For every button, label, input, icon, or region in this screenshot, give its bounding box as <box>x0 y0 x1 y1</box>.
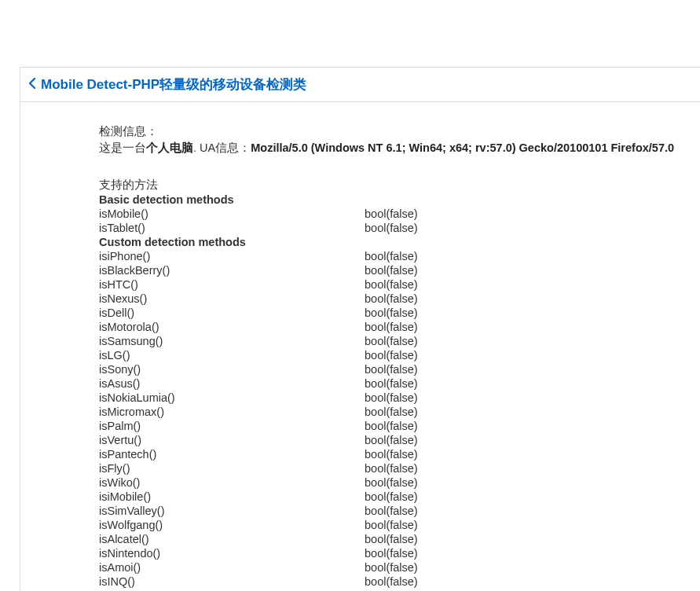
table-row: isFly()bool(false) <box>99 461 684 475</box>
table-row: isWiko()bool(false) <box>99 475 684 490</box>
table-row: isNexus()bool(false) <box>99 292 684 306</box>
table-row: isHTC()bool(false) <box>99 277 684 292</box>
table-row: isDell()bool(false) <box>99 306 684 320</box>
method-result: bool(false) <box>365 461 684 475</box>
methods-table: Basic detection methodsisMobile()bool(fa… <box>99 193 684 589</box>
method-result: bool(false) <box>365 292 684 306</box>
method-group-header: Basic detection methods <box>99 193 684 207</box>
ua-string: Mozilla/5.0 (Windows NT 6.1; Win64; x64;… <box>251 141 674 154</box>
method-name: isVertu() <box>99 433 365 447</box>
method-name: isSimValley() <box>99 504 365 518</box>
table-row: isLG()bool(false) <box>99 348 684 362</box>
method-result: bool(false) <box>365 574 684 589</box>
method-result: bool(false) <box>365 391 684 405</box>
method-result: bool(false) <box>365 419 684 433</box>
table-row: isiPhone()bool(false) <box>99 249 684 263</box>
page-title: Mobile Detect-PHP轻量级的移动设备检测类 <box>41 75 306 94</box>
table-row: isAlcatel()bool(false) <box>99 532 684 546</box>
method-result: bool(false) <box>365 518 684 532</box>
table-row: isTablet()bool(false) <box>99 221 684 235</box>
method-result: bool(false) <box>365 334 684 348</box>
page-header[interactable]: Mobile Detect-PHP轻量级的移动设备检测类 <box>20 68 700 102</box>
table-row: isNokiaLumia()bool(false) <box>99 391 684 405</box>
method-name: isHTC() <box>99 277 365 292</box>
table-row: isMotorola()bool(false) <box>99 320 684 334</box>
method-name: isINQ() <box>99 574 365 589</box>
table-row: isWolfgang()bool(false) <box>99 518 684 532</box>
table-row: isAmoi()bool(false) <box>99 560 684 574</box>
method-result: bool(false) <box>365 475 684 490</box>
table-row: isiMobile()bool(false) <box>99 490 684 504</box>
method-result: bool(false) <box>365 376 684 391</box>
method-name: isPantech() <box>99 447 365 461</box>
method-name: isPalm() <box>99 419 365 433</box>
method-result: bool(false) <box>365 277 684 292</box>
method-name: isTablet() <box>99 221 365 235</box>
method-name: isMobile() <box>99 207 365 221</box>
method-name: isNexus() <box>99 292 365 306</box>
method-result: bool(false) <box>365 249 684 263</box>
method-name: isAmoi() <box>99 560 365 574</box>
table-row: isINQ()bool(false) <box>99 574 684 589</box>
table-row: isMicromax()bool(false) <box>99 405 684 419</box>
table-row: isNintendo()bool(false) <box>99 546 684 560</box>
method-result: bool(false) <box>365 546 684 560</box>
method-result: bool(false) <box>365 320 684 334</box>
method-result: bool(false) <box>365 306 684 320</box>
method-name: isiPhone() <box>99 249 365 263</box>
method-result: bool(false) <box>365 405 684 419</box>
ua-line: 这是一台个人电脑. UA信息：Mozilla/5.0 (Windows NT 6… <box>99 141 684 156</box>
table-row: isSony()bool(false) <box>99 362 684 376</box>
method-name: isWolfgang() <box>99 518 365 532</box>
table-row: isAsus()bool(false) <box>99 376 684 391</box>
ua-label: . UA信息： <box>193 141 251 154</box>
table-row: isPantech()bool(false) <box>99 447 684 461</box>
method-name: isAsus() <box>99 376 365 391</box>
method-name: isWiko() <box>99 475 365 490</box>
method-result: bool(false) <box>365 447 684 461</box>
method-name: isMicromax() <box>99 405 365 419</box>
device-type: 个人电脑 <box>146 141 193 154</box>
table-row: isPalm()bool(false) <box>99 419 684 433</box>
supported-methods-label: 支持的方法 <box>99 178 684 193</box>
method-name: isNokiaLumia() <box>99 391 365 405</box>
method-result: bool(false) <box>365 362 684 376</box>
table-row: isSamsung()bool(false) <box>99 334 684 348</box>
content-area: 检测信息： 这是一台个人电脑. UA信息：Mozilla/5.0 (Window… <box>20 102 700 591</box>
method-result: bool(false) <box>365 348 684 362</box>
method-name: isLG() <box>99 348 365 362</box>
method-result: bool(false) <box>365 490 684 504</box>
method-result: bool(false) <box>365 504 684 518</box>
method-name: isAlcatel() <box>99 532 365 546</box>
method-name: isMotorola() <box>99 320 365 334</box>
method-group-header: Custom detection methods <box>99 235 684 249</box>
method-result: bool(false) <box>365 221 684 235</box>
method-result: bool(false) <box>365 560 684 574</box>
table-row: isMobile()bool(false) <box>99 207 684 221</box>
method-result: bool(false) <box>365 207 684 221</box>
method-name: isBlackBerry() <box>99 263 365 277</box>
table-row: isBlackBerry()bool(false) <box>99 263 684 277</box>
method-name: isDell() <box>99 306 365 320</box>
method-name: isSamsung() <box>99 334 365 348</box>
table-row: isSimValley()bool(false) <box>99 504 684 518</box>
table-row: isVertu()bool(false) <box>99 433 684 447</box>
method-name: isFly() <box>99 461 365 475</box>
detection-info-label: 检测信息： <box>99 124 684 139</box>
method-name: isNintendo() <box>99 546 365 560</box>
chevron-left-icon <box>28 78 36 92</box>
device-prefix: 这是一台 <box>99 141 146 154</box>
method-result: bool(false) <box>365 433 684 447</box>
method-name: isiMobile() <box>99 490 365 504</box>
method-result: bool(false) <box>365 263 684 277</box>
method-result: bool(false) <box>365 532 684 546</box>
method-name: isSony() <box>99 362 365 376</box>
